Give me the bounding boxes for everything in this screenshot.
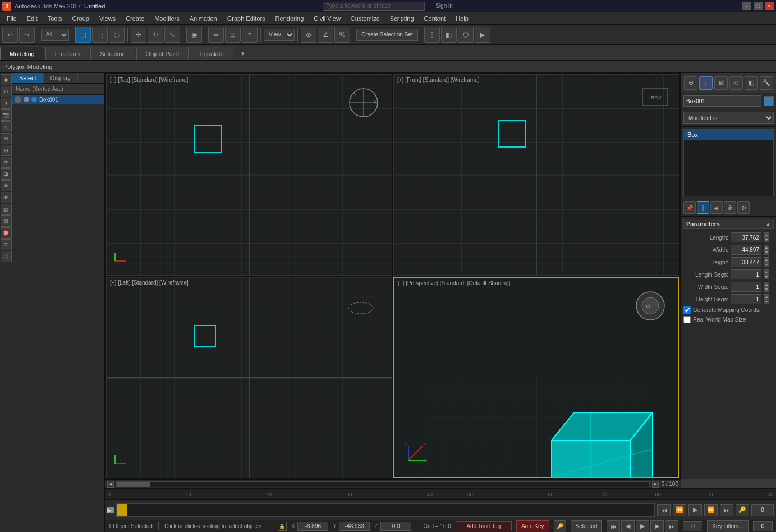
render-button[interactable]: ▶ [475,27,490,43]
make-unique-button[interactable]: ◈ [710,201,723,214]
rp-display-button[interactable]: ◧ [745,76,758,90]
status-frame-input[interactable] [683,521,702,531]
redo-button[interactable]: ↪ [19,27,35,43]
rp-motion-button[interactable]: ◎ [729,76,743,90]
menu-item-views[interactable]: Views [95,14,120,23]
mini-btn-8[interactable]: ≋ [1,157,12,168]
scene-object-box001[interactable]: Box001 [12,95,104,104]
mini-btn-2[interactable]: ⊙ [1,86,12,97]
menu-item-scripting[interactable]: Scripting [385,14,419,23]
undo-button[interactable]: ↩ [2,27,18,43]
anim-expand-btn[interactable]: ▶ [107,507,114,513]
timeline-track[interactable] [116,503,655,517]
subtab-select[interactable]: Select [12,73,44,83]
length-input[interactable] [731,232,761,242]
remove-modifier-button[interactable]: 🗑 [724,201,736,214]
viewport-dropdown[interactable]: View [264,29,295,41]
width-input[interactable] [731,245,761,255]
viewport-perspective[interactable]: [+] [Perspective] [Standard] [Default Sh… [393,277,679,478]
menu-item-animation[interactable]: Animation [185,14,222,23]
menu-item-graph-editors[interactable]: Graph Editors [223,14,270,23]
timeline-playhead[interactable] [117,504,127,516]
rotate-button[interactable]: ↻ [148,27,163,43]
status-goto-end[interactable]: ⏭ [665,520,678,533]
modifier-box[interactable]: Box [684,130,773,140]
length-spin-down[interactable]: ▼ [764,237,769,242]
tab-object-paint[interactable]: Object Paint [136,47,189,60]
menu-item-group[interactable]: Group [67,14,94,23]
mini-btn-7[interactable]: ⊞ [1,145,12,156]
goto-end-button[interactable]: ⏭ [720,504,733,516]
width-segs-spin-up[interactable]: ▲ [764,282,769,287]
sign-in-button[interactable]: Sign in [435,3,453,9]
params-header[interactable]: Parameters ▲ [683,219,774,229]
mini-btn-16[interactable]: ⬡ [1,251,12,262]
layer-button[interactable]: ≡ [242,27,258,43]
tab-freeform[interactable]: Freeform [45,47,90,60]
tab-modeling[interactable]: Modeling [0,47,44,60]
selected-button[interactable]: Selected [571,520,603,533]
rp-utilities-button[interactable]: 🔧 [760,76,773,90]
lock-icon[interactable]: 🔒 [278,522,287,531]
select-button[interactable]: ▢ [75,27,91,43]
set-key-button[interactable]: 🔑 [554,520,566,533]
length-segs-spin-up[interactable]: ▲ [764,269,769,274]
prev-frame-button[interactable]: ⏪ [673,504,686,516]
menu-item-file[interactable]: File [2,14,21,23]
mini-btn-11[interactable]: 👁 [1,192,12,203]
height-segs-spin-down[interactable]: ▼ [764,299,769,304]
frame-number-input[interactable] [751,504,774,516]
status-play[interactable]: ▶ [636,520,649,533]
create-selection-set-button[interactable]: Create Selection Set [356,29,418,41]
select-region-button[interactable]: ⬚ [92,27,108,43]
width-spin-down[interactable]: ▼ [764,250,769,255]
menu-item-modifiers[interactable]: Modifiers [150,14,184,23]
modifier-list-dropdown[interactable]: Modifier List [683,112,774,124]
menu-item-rendering[interactable]: Rendering [271,14,309,23]
menu-item-edit[interactable]: Edit [22,14,42,23]
menu-item-civil-view[interactable]: Civil View [309,14,345,23]
real-world-checkbox[interactable] [683,316,691,323]
key-filters-button[interactable]: Key Filters... [707,520,749,533]
height-spin-down[interactable]: ▼ [764,262,769,267]
status-next[interactable]: ▶ [650,520,664,533]
height-segs-input[interactable] [731,294,761,304]
key-mode-button[interactable]: 🔑 [736,504,749,516]
height-input[interactable] [731,257,761,267]
mini-btn-15[interactable]: ▽ [1,239,12,250]
height-spin-up[interactable]: ▲ [764,257,769,262]
next-frame-button[interactable]: ⏩ [704,504,718,516]
tab-extra-btn[interactable]: ▾ [235,47,251,60]
mini-btn-6[interactable]: ⟲ [1,133,12,144]
length-spin-up[interactable]: ▲ [764,232,769,237]
configure-modifier-sets-button[interactable]: ⚙ [737,201,750,214]
height-segs-spin-up[interactable]: ▲ [764,294,769,299]
align-button[interactable]: ⊟ [225,27,241,43]
status-prev[interactable]: ◀ [621,520,635,533]
move-button[interactable]: ✛ [131,27,146,43]
select-lasso-button[interactable]: ◌ [109,27,125,43]
width-spin-up[interactable]: ▲ [764,245,769,250]
mini-btn-14[interactable]: 🎯 [1,227,12,239]
scale-button[interactable]: ⤡ [164,27,180,43]
snap-toggle-button[interactable]: ⊕ [301,27,316,43]
goto-start-button[interactable]: ⏮ [657,504,671,516]
show-end-result-button[interactable]: | [697,201,709,214]
minimize-button[interactable]: − [742,2,751,10]
length-segs-input[interactable] [731,269,761,279]
object-color-swatch[interactable] [764,96,774,106]
pin-modifier-button[interactable]: 📌 [683,201,696,214]
mini-btn-3[interactable]: ☀ [1,98,12,109]
material-editor-button[interactable]: ◧ [441,27,457,43]
scroll-right-button[interactable]: ▶ [652,481,659,488]
schematic-view-button[interactable]: ⋮ [424,27,440,43]
scroll-track[interactable] [116,481,650,487]
close-button[interactable]: × [765,2,774,10]
angle-snap-button[interactable]: ∠ [318,27,333,43]
mini-btn-13[interactable]: ▤ [1,215,12,227]
mirror-button[interactable]: ⇔ [208,27,224,43]
mini-btn-1[interactable]: ◉ [1,74,12,85]
scroll-left-button[interactable]: ◀ [107,481,114,488]
filter-dropdown[interactable]: All [41,29,69,41]
tab-selection[interactable]: Selection [90,47,135,60]
